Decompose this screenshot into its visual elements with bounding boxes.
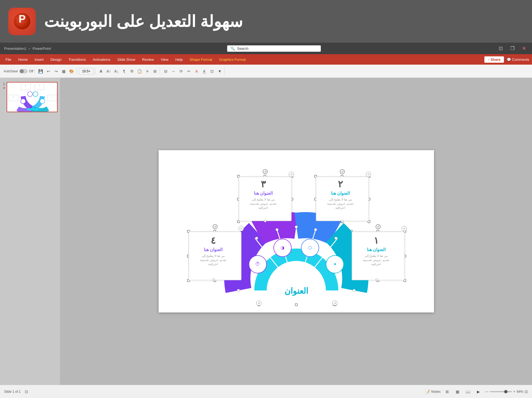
- toolbar: AutoSave Off 💾 ↩ ↪ ▦ 🎨 10.5+ A A↑ A↓ ¶ ⧉…: [0, 65, 532, 78]
- rotate-button[interactable]: ⟳: [178, 68, 185, 75]
- svg-text:↺: ↺: [341, 170, 343, 173]
- menu-file[interactable]: File: [3, 56, 14, 63]
- align-button[interactable]: ⊟: [162, 68, 169, 75]
- reading-view-button[interactable]: 📖: [464, 388, 472, 396]
- copy-button[interactable]: ⧉: [128, 68, 135, 75]
- paste-button[interactable]: 📋: [136, 68, 143, 75]
- slideshow-button[interactable]: ▶: [475, 388, 482, 396]
- size-button[interactable]: ⊡: [208, 68, 216, 75]
- slidesorter-button[interactable]: ▦: [454, 388, 462, 396]
- svg-text:من هنا لا يطمح إلى: من هنا لا يطمح إلى: [202, 254, 225, 258]
- zoom-out-button[interactable]: —: [485, 390, 488, 394]
- close-button[interactable]: ✕: [520, 45, 528, 52]
- notes-label: Notes: [431, 389, 441, 394]
- svg-text:احترافية: احترافية: [335, 206, 345, 210]
- svg-text:العنوان: العنوان: [284, 286, 308, 296]
- svg-text:↺: ↺: [258, 302, 260, 305]
- svg-text:العنوان هنا: العنوان هنا: [204, 247, 222, 252]
- menu-transitions[interactable]: Transitions: [66, 56, 89, 63]
- menu-slideshow[interactable]: Slide Show: [115, 56, 138, 63]
- slide-info: Slide 1 of 1: [4, 390, 21, 394]
- fillcolor-button[interactable]: A: [193, 68, 200, 75]
- search-input[interactable]: [237, 46, 317, 51]
- svg-text:٢: ٢: [39, 85, 40, 87]
- status-bar: Slide 1 of 1 ⊡ 📝 Notes ⊞ ▦ 📖 ▶ — + 94% ⊡: [0, 385, 532, 398]
- redo-button[interactable]: ↪: [53, 68, 60, 75]
- layout-button[interactable]: ▦: [60, 68, 67, 75]
- menu-home[interactable]: Home: [15, 56, 31, 63]
- font-size-box[interactable]: 10.5+: [79, 68, 94, 75]
- svg-point-113: [213, 279, 215, 281]
- fontup-button[interactable]: A↑: [105, 68, 112, 75]
- zoom-slider[interactable]: [490, 391, 512, 392]
- svg-text:تقديم عروض تقديمية: تقديم عروض تقديمية: [200, 258, 226, 262]
- distribute-button[interactable]: ↔: [170, 68, 177, 75]
- menu-insert[interactable]: Insert: [32, 56, 47, 63]
- slide-thumbnail[interactable]: ٣ ٢ ٤ ١: [7, 82, 58, 112]
- menu-help[interactable]: Help: [173, 56, 186, 63]
- undo-button[interactable]: ↩: [45, 68, 52, 75]
- more-button[interactable]: ▼: [216, 68, 223, 75]
- notes-button[interactable]: 📝 Notes: [425, 389, 441, 394]
- menu-design[interactable]: Design: [48, 56, 64, 63]
- zoom-in-button[interactable]: +: [513, 390, 515, 394]
- crop-button[interactable]: ✂: [185, 68, 192, 75]
- bold-button[interactable]: A: [97, 68, 105, 75]
- color-button[interactable]: 🎨: [68, 68, 75, 75]
- menu-view[interactable]: View: [158, 56, 171, 63]
- format-button[interactable]: ¶: [121, 68, 128, 75]
- header-title: سهولة التعديل على البوربوينت: [44, 12, 243, 31]
- svg-rect-117: [295, 304, 297, 306]
- zoom-control: — + 94% ⊡: [485, 389, 528, 394]
- svg-point-6: [33, 92, 38, 97]
- menu-shapeformat[interactable]: Shape Format: [187, 56, 215, 63]
- svg-text:↺: ↺: [403, 227, 405, 230]
- svg-text:١: ١: [52, 96, 53, 98]
- slide-canvas[interactable]: ↺ ↺: [159, 150, 434, 312]
- svg-text:◑: ◑: [281, 245, 284, 250]
- menu-graphicsformat[interactable]: Graphics Format: [216, 56, 249, 63]
- comments-button[interactable]: 💬 Comments: [507, 57, 529, 62]
- restore-button[interactable]: ❐: [509, 45, 516, 52]
- svg-text:١: ١: [374, 235, 379, 246]
- svg-text:↺: ↺: [367, 173, 370, 176]
- slide-panel: 1 ★: [0, 78, 61, 385]
- toolbar-save-group: 💾 ↩ ↪ ▦ 🎨: [36, 68, 77, 75]
- ribbon-menu: File Home Insert Design Transitions Anim…: [0, 54, 532, 65]
- normal-view-button[interactable]: ⊞: [443, 388, 451, 396]
- svg-text:٣: ٣: [261, 179, 266, 189]
- title-bar: Presentation1 – PowerPoint 🔍 ⊡ ❐ ✕: [0, 43, 532, 54]
- svg-text:احترافية: احترافية: [258, 206, 268, 210]
- menu-animations[interactable]: Animations: [90, 56, 113, 63]
- toolbar-misc-group: ⊟ ↔ ⟳ ✂ A A̲ ⊡ ▼: [161, 68, 225, 75]
- minimize-button[interactable]: ⊡: [497, 45, 504, 52]
- svg-point-114: [376, 279, 378, 281]
- save-button[interactable]: 💾: [37, 68, 44, 75]
- svg-point-74: [314, 228, 317, 231]
- search-bar[interactable]: 🔍: [227, 45, 321, 52]
- svg-text:٤: ٤: [13, 96, 14, 98]
- search-icon: 🔍: [230, 46, 235, 51]
- svg-point-71: [255, 237, 258, 240]
- share-button[interactable]: ↑ Share: [484, 56, 504, 63]
- list-button[interactable]: ≡: [144, 68, 151, 75]
- autosave-toggle[interactable]: [19, 69, 28, 73]
- infographic-svg: ↺ ↺: [159, 150, 434, 312]
- svg-text:العنوان هنا: العنوان هنا: [331, 191, 350, 196]
- svg-point-3: [21, 99, 26, 104]
- svg-point-76: [237, 289, 240, 292]
- svg-text:↺: ↺: [334, 302, 336, 305]
- menu-review[interactable]: Review: [139, 56, 157, 63]
- arrange-button[interactable]: ⊞: [151, 68, 159, 75]
- toolbar-text-group: A A↑ A↓ ¶ ⧉ 📋 ≡ ⊞: [96, 68, 160, 75]
- svg-text:العنوان هنا: العنوان هنا: [254, 191, 273, 196]
- zoom-percent: 94%: [517, 390, 523, 394]
- svg-point-72: [276, 228, 278, 231]
- svg-text:⬡: ⬡: [308, 245, 312, 250]
- autosave-label: AutoSave: [4, 69, 18, 73]
- textcolor-button[interactable]: A̲: [201, 68, 208, 75]
- powerpoint-logo: P: [8, 8, 36, 35]
- fontdown-button[interactable]: A↓: [113, 68, 120, 75]
- zoom-fit-icon[interactable]: ⊡: [525, 389, 528, 394]
- svg-text:↺: ↺: [240, 227, 242, 230]
